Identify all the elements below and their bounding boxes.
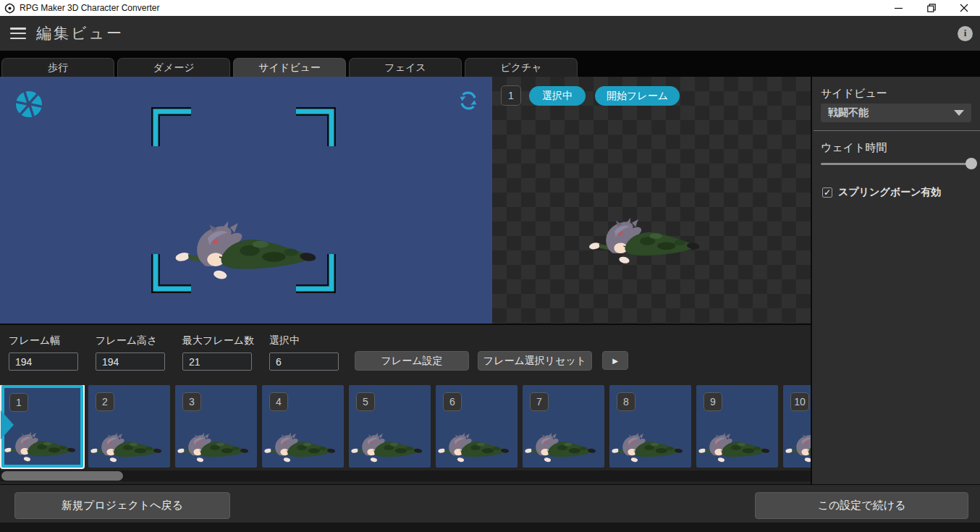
scrollbar-thumb[interactable]	[1, 471, 123, 481]
frame-panel: フレーム幅フレーム高さ最大フレーム数選択中 フレーム設定 フレーム選択リセット …	[0, 324, 811, 484]
frame-bracket-top-right	[295, 106, 337, 148]
tab-5[interactable]: ピクチャ	[465, 58, 578, 77]
field-label: フレーム高さ	[96, 334, 175, 347]
thumbnail-character-sprite	[4, 431, 80, 463]
field-input[interactable]	[96, 352, 165, 371]
tab-strip: 歩行ダメージサイドビューフェイスピクチャ	[0, 51, 980, 77]
back-to-new-project-button[interactable]: 新規プロジェクトへ戻る	[14, 492, 230, 519]
side-view-label: サイドビュー	[821, 87, 887, 101]
field-label: フレーム幅	[9, 334, 88, 347]
chevron-down-icon	[954, 110, 964, 116]
frame-thumbnail-10[interactable]: 10	[783, 385, 811, 468]
field-label: 選択中	[269, 334, 349, 347]
thumbnail-character-sprite	[350, 432, 427, 464]
field-label: 最大フレーム数	[182, 334, 262, 347]
frame-thumbnail-strip: 12345678910	[0, 385, 811, 469]
tab-3[interactable]: サイドビュー	[233, 58, 346, 77]
frame-thumbnail-6[interactable]: 6	[436, 385, 518, 468]
frame-thumbnail-1[interactable]: 1	[1, 385, 83, 468]
titlebar: RPG Maker 3D Character Converter	[0, 0, 980, 16]
frame-thumbnail-4[interactable]: 4	[262, 385, 344, 468]
field-input[interactable]	[269, 352, 339, 371]
selected-frame-marker-icon	[1, 410, 14, 439]
field-input[interactable]	[9, 352, 78, 371]
play-button[interactable]: ▶	[602, 351, 628, 370]
side-view-dropdown[interactable]: 戦闘不能	[821, 104, 971, 122]
app-header: 編集ビュー i	[0, 16, 980, 51]
close-button[interactable]	[947, 0, 980, 16]
spring-bone-label: スプリングボーン有効	[838, 186, 941, 199]
thumbnail-character-sprite	[263, 432, 340, 464]
frame-thumbnail-7[interactable]: 7	[523, 385, 604, 468]
thumbnail-character-sprite	[437, 432, 514, 464]
app-icon	[4, 3, 15, 14]
minimize-button[interactable]	[882, 0, 915, 16]
tab-1[interactable]: 歩行	[1, 58, 114, 77]
start-frame-button[interactable]: 開始フレーム	[595, 86, 680, 106]
thumbnail-number-badge: 6	[443, 392, 462, 411]
thumbnail-number-badge: 7	[530, 392, 549, 411]
thumbnail-number-badge: 3	[182, 392, 201, 411]
field-group-4: 選択中	[269, 334, 349, 371]
thumbnail-number-badge: 8	[617, 392, 635, 411]
page-title: 編集ビュー	[36, 23, 124, 43]
thumbnail-character-sprite	[524, 432, 601, 464]
spring-bone-checkbox-row[interactable]: ✓ スプリングボーン有効	[822, 186, 941, 199]
frame-reset-button[interactable]: フレーム選択リセット	[478, 351, 592, 371]
frame-thumbnail-2[interactable]: 2	[88, 385, 170, 468]
frame-thumbnail-3[interactable]: 3	[175, 385, 257, 468]
app-window: RPG Maker 3D Character Converter 編集ビュー i…	[0, 0, 980, 532]
footer-bar: 新規プロジェクトへ戻る この設定で続ける	[0, 484, 980, 523]
field-group-1: フレーム幅	[9, 334, 88, 371]
thumbnail-number-badge: 10	[790, 392, 809, 411]
selected-frame-button[interactable]: 選択中	[529, 86, 586, 106]
thumbnail-number-badge: 9	[704, 392, 722, 411]
frame-thumbnail-8[interactable]: 8	[609, 385, 691, 468]
info-icon[interactable]: i	[958, 26, 973, 41]
camera-aperture-icon[interactable]	[14, 90, 43, 119]
wait-time-slider[interactable]	[821, 156, 971, 171]
thumbnail-character-sprite	[698, 432, 774, 464]
window-title: RPG Maker 3D Character Converter	[20, 3, 159, 13]
thumbnail-number-badge: 4	[269, 392, 288, 411]
menu-icon[interactable]	[10, 28, 26, 39]
frame-bracket-top-left	[151, 106, 193, 148]
preview-pane	[0, 77, 492, 324]
horizontal-scrollbar[interactable]	[0, 470, 811, 481]
field-group-2: フレーム高さ	[96, 334, 175, 371]
side-panel: サイドビュー 戦闘不能 ウェイト時間 ✓ スプリングボーン有効	[811, 77, 980, 484]
tab-2[interactable]: ダメージ	[117, 58, 230, 77]
thumbnail-character-sprite	[90, 432, 166, 464]
tab-4[interactable]: フェイス	[349, 58, 462, 77]
thumbnail-number-badge: 1	[9, 393, 28, 412]
thumbnail-number-badge: 5	[356, 392, 375, 411]
divider	[814, 130, 980, 131]
thumbnail-character-sprite	[611, 432, 688, 464]
character-stage-sprite	[588, 217, 707, 266]
thumbnail-character-sprite	[785, 432, 811, 464]
continue-with-settings-button[interactable]: この設定で続ける	[755, 492, 968, 519]
frame-settings-button[interactable]: フレーム設定	[355, 351, 469, 371]
field-input[interactable]	[182, 352, 252, 371]
window-bottom-strip	[0, 523, 980, 532]
thumbnail-character-sprite	[177, 432, 253, 464]
character-preview-sprite	[174, 220, 326, 283]
slider-handle[interactable]	[966, 158, 977, 169]
wait-time-label: ウェイト時間	[821, 141, 887, 155]
thumbnail-number-badge: 2	[96, 392, 114, 411]
dropdown-value: 戦闘不能	[828, 106, 869, 119]
frame-thumbnail-5[interactable]: 5	[349, 385, 431, 468]
rotate-view-icon[interactable]	[456, 88, 481, 113]
field-group-3: 最大フレーム数	[182, 334, 262, 371]
sprite-stage: 1 選択中 開始フレーム	[492, 77, 811, 324]
restore-button[interactable]	[915, 0, 947, 16]
spring-bone-checkbox[interactable]: ✓	[822, 187, 832, 198]
frame-number-badge: 1	[501, 85, 521, 106]
slider-track[interactable]	[821, 163, 971, 165]
frame-thumbnail-9[interactable]: 9	[696, 385, 778, 468]
